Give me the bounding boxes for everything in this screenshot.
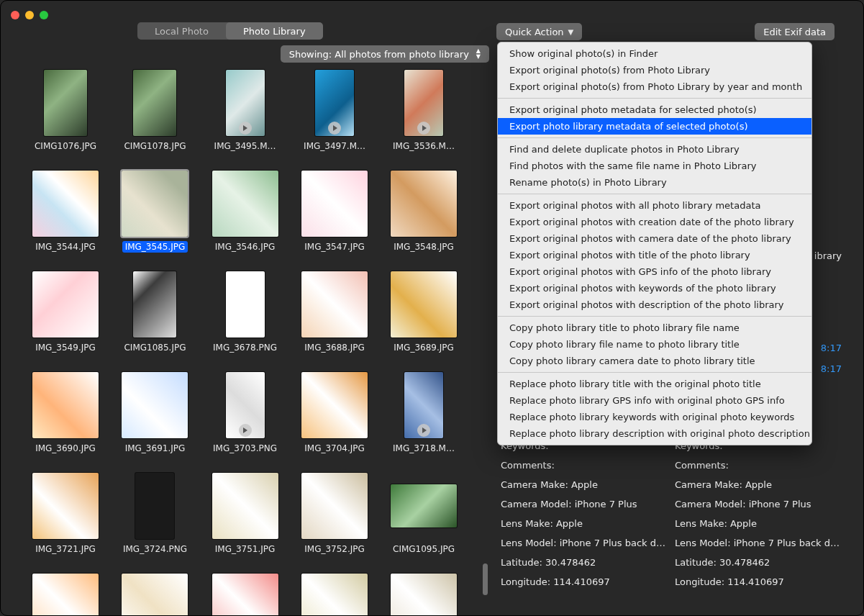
thumbnail-cell[interactable]: IMG_3691.JPG	[120, 368, 190, 463]
thumbnail-cell[interactable]: IMG_3758.JPG	[300, 569, 369, 615]
menu-item[interactable]: Export original photo metadata for selec…	[498, 101, 811, 118]
menu-item[interactable]: Export original photos with all photo li…	[498, 197, 811, 214]
quick-action-button[interactable]: Quick Action ▼	[496, 23, 582, 40]
thumbnail-filename: IMG_3549.JPG	[32, 342, 99, 353]
thumbnail-cell[interactable]: IMG_3703.PNG	[210, 368, 280, 463]
edit-exif-button[interactable]: Edit Exif data	[755, 23, 835, 40]
thumbnail-cell[interactable]: IMG_3755.JPG	[31, 569, 100, 615]
play-icon	[239, 122, 252, 135]
thumbnail-cell[interactable]: CIMG1085.JPG	[120, 267, 190, 362]
thumbnail-cell[interactable]: IMG_3548.JPG	[389, 166, 458, 261]
thumbnail-wrap	[301, 267, 368, 342]
thumbnail-wrap	[301, 368, 368, 443]
thumbnail-wrap	[391, 569, 457, 615]
thumbnail-wrap	[226, 368, 265, 443]
menu-item[interactable]: Copy photo library title to photo librar…	[498, 320, 811, 336]
thumbnail-image	[32, 372, 99, 438]
menu-item[interactable]: Export original photo(s) from Photo Libr…	[498, 78, 811, 95]
thumbnail-cell[interactable]: IMG_3751.JPG	[210, 468, 280, 563]
thumbnail-filename: IMG_3544.JPG	[32, 241, 99, 253]
minimize-window-button[interactable]	[25, 11, 34, 19]
meta-row-right: Lens Model: iPhone 7 Plus back dual	[675, 538, 842, 548]
thumbnail-cell[interactable]: IMG_3547.JPG	[300, 166, 369, 261]
menu-item[interactable]: Find photos with the same file name in P…	[498, 158, 811, 174]
thumbnail-grid: CIMG1076.JPGCIMG1078.JPGIMG_3495.M…IMG_3…	[31, 65, 458, 615]
menu-item[interactable]: Show original photo(s) in Finder	[498, 45, 811, 62]
menu-item[interactable]: Export original photos with camera date …	[498, 230, 811, 247]
menu-item[interactable]: Copy photo library camera date to photo …	[498, 353, 811, 369]
filter-label: Showing: All photos from photo library	[289, 49, 469, 60]
thumbnail-wrap	[122, 368, 188, 443]
thumbnail-cell[interactable]: IMG_3718.M…	[389, 368, 458, 463]
meta-row-right: Camera Model: iPhone 7 Plus	[675, 499, 842, 509]
thumbnail-image	[122, 574, 188, 615]
thumbnail-image	[122, 372, 188, 438]
thumbnail-filename: IMG_3548.JPG	[391, 241, 457, 253]
thumbnail-cell[interactable]: IMG_3704.JPG	[300, 368, 369, 463]
thumbnail-cell[interactable]: IMG_3757.JPG	[210, 569, 280, 615]
thumbnail-cell[interactable]: IMG_3721.JPG	[31, 468, 100, 563]
menu-item[interactable]: Export original photos with title of the…	[498, 247, 811, 263]
menu-item[interactable]: Export original photos with description …	[498, 296, 811, 313]
thumbnail-cell[interactable]: IMG_3544.JPG	[31, 166, 100, 261]
menu-separator	[498, 137, 811, 138]
thumbnail-filename: IMG_3678.PNG	[210, 342, 280, 353]
menu-item[interactable]: Export original photo(s) from Photo Libr…	[498, 62, 811, 78]
thumbnail-cell[interactable]: IMG_3759.JPG	[389, 569, 458, 615]
thumbnail-wrap	[315, 65, 354, 140]
quick-action-menu: Show original photo(s) in FinderExport o…	[497, 42, 812, 445]
menu-item[interactable]: Export original photos with GPS info of …	[498, 263, 811, 280]
thumbnail-filename: IMG_3690.JPG	[32, 443, 99, 454]
thumbnail-cell[interactable]: IMG_3497.M…	[300, 65, 369, 160]
thumbnail-cell[interactable]: IMG_3546.JPG	[210, 166, 280, 261]
thumbnail-cell[interactable]: IMG_3545.JPG	[120, 166, 190, 261]
menu-item[interactable]: Replace photo library title with the ori…	[498, 376, 811, 392]
thumbnail-cell[interactable]: IMG_3690.JPG	[31, 368, 100, 463]
menu-separator	[498, 194, 811, 194]
vertical-scrollbar-thumb[interactable]	[483, 563, 488, 595]
thumbnail-image	[391, 171, 457, 237]
menu-separator	[498, 98, 811, 99]
thumbnail-cell[interactable]: CIMG1078.JPG	[120, 65, 190, 160]
meta-row-right: Comments:	[675, 460, 842, 471]
thumbnail-cell[interactable]: IMG_3689.JPG	[389, 267, 458, 362]
zoom-window-button[interactable]	[40, 11, 48, 19]
thumbnail-wrap	[301, 166, 368, 241]
menu-item[interactable]: Find and delete duplicate photos in Phot…	[498, 141, 811, 158]
thumbnail-cell[interactable]: CIMG1095.JPG	[389, 468, 458, 563]
thumbnail-cell[interactable]: IMG_3678.PNG	[210, 267, 280, 362]
filter-button[interactable]: Showing: All photos from photo library ▲…	[281, 45, 489, 63]
menu-item[interactable]: Copy photo library file name to photo li…	[498, 336, 811, 353]
menu-item[interactable]: Replace photo library GPS info with orig…	[498, 392, 811, 409]
thumbnail-image	[135, 473, 174, 539]
tab-photo-library[interactable]: Photo Library	[226, 22, 323, 40]
meta-row-right: Latitude: 30.478462	[675, 557, 842, 568]
thumbnail-image	[133, 271, 176, 338]
menu-item[interactable]: Replace photo library keywords with orig…	[498, 409, 811, 425]
menu-item[interactable]: Rename photo(s) in Photo Library	[498, 174, 811, 191]
thumbnail-wrap	[391, 468, 457, 543]
thumbnail-filename: CIMG1076.JPG	[32, 140, 99, 152]
thumbnail-cell[interactable]: IMG_3724.PNG	[120, 468, 190, 563]
thumbnail-cell[interactable]: IMG_3752.JPG	[300, 468, 369, 563]
thumbnail-cell[interactable]: IMG_3756.JPG	[120, 569, 190, 615]
menu-item[interactable]: Replace photo library description with o…	[498, 425, 811, 442]
meta-row-right: Camera Make: Apple	[675, 479, 842, 490]
thumbnail-cell[interactable]: IMG_3536.M…	[389, 65, 458, 160]
thumbnail-cell[interactable]: IMG_3688.JPG	[300, 267, 369, 362]
thumbnail-image	[133, 70, 176, 136]
thumbnail-filename: IMG_3704.JPG	[301, 443, 368, 454]
thumbnail-cell[interactable]: IMG_3495.M…	[210, 65, 280, 160]
thumbnail-image	[212, 574, 278, 615]
menu-item[interactable]: Export original photos with creation dat…	[498, 214, 811, 230]
thumbnail-wrap	[44, 65, 87, 140]
menu-item[interactable]: Export original photos with keywords of …	[498, 280, 811, 296]
thumbnail-filename: IMG_3497.M…	[301, 140, 368, 152]
menu-item[interactable]: Export photo library metadata of selecte…	[498, 118, 811, 135]
tab-local-photo[interactable]: Local Photo	[137, 22, 226, 40]
thumbnail-image	[301, 372, 368, 438]
thumbnail-cell[interactable]: IMG_3549.JPG	[31, 267, 100, 362]
thumbnail-cell[interactable]: CIMG1076.JPG	[31, 65, 100, 160]
close-window-button[interactable]	[11, 11, 19, 19]
thumbnail-area: CIMG1076.JPGCIMG1078.JPGIMG_3495.M…IMG_3…	[1, 65, 488, 615]
